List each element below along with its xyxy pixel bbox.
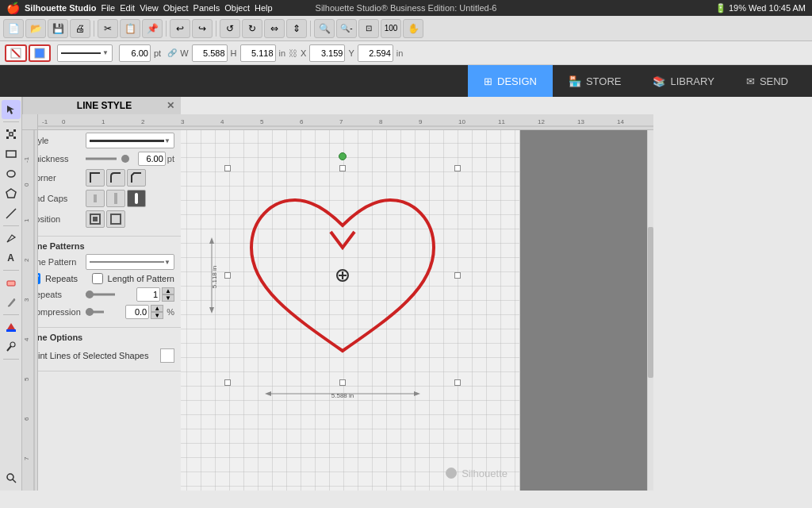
endcap-flat-button[interactable] bbox=[86, 190, 105, 207]
handle-top-right[interactable] bbox=[454, 165, 461, 171]
handle-bottom-left[interactable] bbox=[224, 379, 231, 386]
zoom-100-button[interactable]: 100 bbox=[381, 19, 401, 38]
repeats-value-input[interactable] bbox=[136, 287, 160, 302]
height-label: H bbox=[231, 48, 237, 58]
handle-bottom-middle[interactable] bbox=[339, 379, 346, 386]
heart-container[interactable]: 5.118 in 5.588 in bbox=[228, 168, 458, 383]
apple-icon[interactable]: 🍎 bbox=[6, 2, 20, 14]
menu-view[interactable]: View bbox=[140, 3, 159, 13]
svg-text:3: 3 bbox=[181, 118, 185, 125]
style-dropdown[interactable]: ▼ bbox=[86, 133, 174, 148]
save-button[interactable]: 💾 bbox=[48, 19, 68, 38]
polygon-tool[interactable] bbox=[2, 184, 21, 203]
flip-h-button[interactable]: ⇔ bbox=[264, 19, 285, 38]
svg-marker-52 bbox=[265, 391, 271, 396]
pen-tool[interactable] bbox=[2, 229, 21, 248]
rectangle-tool[interactable] bbox=[2, 144, 21, 164]
menu-file[interactable]: File bbox=[101, 3, 115, 13]
repeats-thumb[interactable] bbox=[86, 291, 94, 298]
compression-thumb[interactable] bbox=[86, 308, 94, 316]
position-inside-button[interactable] bbox=[86, 210, 105, 228]
zoom-tool[interactable] bbox=[2, 468, 21, 487]
compression-up-button[interactable]: ▲ bbox=[151, 305, 163, 312]
lock-icon[interactable]: 🔗 bbox=[167, 48, 177, 57]
handle-bottom-right[interactable] bbox=[454, 379, 461, 386]
endcap-square-button[interactable] bbox=[106, 190, 125, 207]
line-pattern-dropdown[interactable]: ▼ bbox=[86, 254, 174, 270]
handle-top-middle[interactable] bbox=[339, 165, 346, 171]
print-lines-checkbox[interactable] bbox=[160, 348, 174, 363]
tab-store[interactable]: 🏪 STORE bbox=[553, 65, 638, 97]
new-button[interactable]: 📄 bbox=[3, 19, 24, 38]
length-pattern-label[interactable]: Length of Pattern bbox=[108, 274, 174, 283]
cut-button[interactable]: ✂ bbox=[98, 19, 118, 38]
repeats-slider[interactable] bbox=[86, 288, 135, 301]
copy-button[interactable]: 📋 bbox=[120, 19, 140, 38]
rotate-right-button[interactable]: ↻ bbox=[242, 19, 262, 38]
thickness-input[interactable] bbox=[119, 44, 151, 62]
flip-v-button[interactable]: ⇕ bbox=[286, 19, 307, 38]
menu-help[interactable]: Help bbox=[255, 3, 273, 13]
endcap-round-button[interactable] bbox=[127, 190, 146, 207]
fill-tool[interactable] bbox=[2, 318, 21, 337]
no-fill-button[interactable] bbox=[5, 44, 27, 62]
eraser-tool[interactable] bbox=[2, 273, 21, 292]
zoom-in-button[interactable]: 🔍 bbox=[314, 19, 335, 38]
menu-object2[interactable]: Object bbox=[224, 3, 250, 13]
handle-top-left[interactable] bbox=[224, 165, 231, 171]
compression-down-button[interactable]: ▼ bbox=[151, 312, 163, 319]
scroll-thumb[interactable] bbox=[648, 227, 653, 378]
corner-miter-button[interactable] bbox=[86, 169, 105, 187]
rotate-left-button[interactable]: ↺ bbox=[220, 19, 240, 38]
corner-round-button[interactable] bbox=[106, 169, 125, 187]
handle-middle-right[interactable] bbox=[454, 272, 461, 279]
tab-send[interactable]: ✉ SEND bbox=[730, 65, 804, 97]
zoom-fit-button[interactable]: ⊡ bbox=[358, 19, 379, 38]
link-icon[interactable]: ⛓ bbox=[289, 48, 297, 58]
redo-button[interactable]: ↪ bbox=[192, 19, 213, 38]
thickness-value-input[interactable] bbox=[138, 152, 166, 166]
repeats-up-button[interactable]: ▲ bbox=[162, 287, 174, 294]
height-input[interactable] bbox=[240, 44, 276, 62]
thickness-thumb[interactable] bbox=[121, 155, 129, 163]
paste-button[interactable]: 📌 bbox=[142, 19, 163, 38]
eyedropper-tool[interactable] bbox=[2, 337, 21, 356]
text-tool[interactable]: A bbox=[2, 248, 21, 267]
open-button[interactable]: 📂 bbox=[25, 19, 46, 38]
thickness-slider[interactable] bbox=[86, 152, 136, 165]
repeats-checkbox-label[interactable]: Repeats bbox=[45, 274, 78, 283]
menu-panels[interactable]: Object bbox=[163, 3, 189, 13]
nav-spacer bbox=[804, 65, 812, 97]
menu-object[interactable]: Panels bbox=[193, 3, 220, 13]
compression-value-input[interactable] bbox=[125, 305, 149, 319]
ellipse-tool[interactable] bbox=[2, 164, 21, 183]
handle-center[interactable] bbox=[336, 269, 349, 282]
position-center-button[interactable] bbox=[106, 210, 125, 228]
close-panel-button[interactable]: ✕ bbox=[167, 100, 174, 111]
tab-design[interactable]: ⊞ DESIGN bbox=[468, 65, 553, 97]
handle-rotation[interactable] bbox=[339, 152, 347, 160]
print-button[interactable]: 🖨 bbox=[70, 19, 90, 38]
zoom-out-button[interactable]: 🔍- bbox=[336, 19, 357, 38]
handle-middle-left[interactable] bbox=[224, 272, 231, 279]
compression-slider[interactable] bbox=[86, 306, 124, 318]
corner-bevel-button[interactable] bbox=[127, 169, 146, 187]
width-input[interactable] bbox=[192, 44, 228, 62]
x-input[interactable] bbox=[309, 44, 345, 62]
line-tool[interactable] bbox=[2, 204, 21, 223]
tab-library[interactable]: 📚 LIBRARY bbox=[637, 65, 730, 97]
svg-marker-49 bbox=[209, 307, 214, 314]
menu-edit[interactable]: Edit bbox=[120, 3, 135, 13]
fill-button[interactable] bbox=[29, 44, 51, 62]
node-tool[interactable] bbox=[2, 125, 21, 144]
undo-button[interactable]: ↩ bbox=[170, 19, 190, 38]
repeats-down-button[interactable]: ▼ bbox=[162, 294, 174, 302]
right-scrollbar[interactable] bbox=[647, 114, 653, 491]
line-style-selector[interactable]: ▼ bbox=[57, 44, 113, 62]
hand-tool-button[interactable]: ✋ bbox=[403, 19, 423, 38]
y-input[interactable] bbox=[358, 44, 393, 62]
design-label: DESIGN bbox=[497, 75, 537, 87]
knife-tool[interactable] bbox=[2, 293, 21, 312]
length-pattern-checkbox[interactable] bbox=[92, 273, 103, 284]
select-tool[interactable] bbox=[2, 100, 21, 119]
